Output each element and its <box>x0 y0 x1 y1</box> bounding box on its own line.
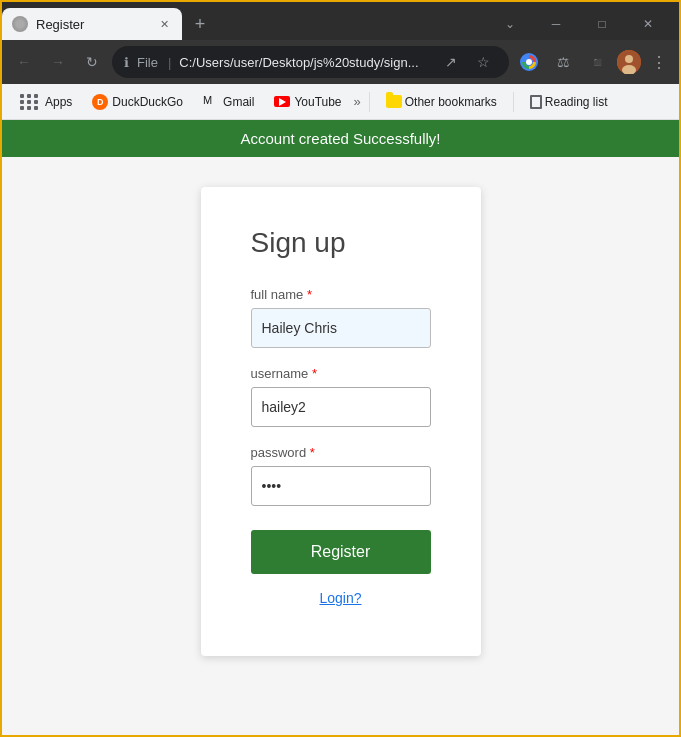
folder-icon <box>386 95 402 108</box>
bookmark-other[interactable]: Other bookmarks <box>378 91 505 113</box>
username-input[interactable] <box>251 387 431 427</box>
forward-button[interactable]: → <box>44 48 72 76</box>
tab-title: Register <box>36 17 148 32</box>
full-name-label: full name * <box>251 287 431 302</box>
gmail-label: Gmail <box>223 95 254 109</box>
chrome-menu-button[interactable]: ⋮ <box>647 53 671 72</box>
bookmark-reading-list[interactable]: Reading list <box>522 91 616 113</box>
register-button[interactable]: Register <box>251 530 431 574</box>
other-bookmarks-label: Other bookmarks <box>405 95 497 109</box>
password-label: password * <box>251 445 431 460</box>
bookmark-youtube[interactable]: YouTube <box>266 91 349 113</box>
full-name-input[interactable] <box>251 308 431 348</box>
bookmarks-divider <box>369 92 370 112</box>
title-bar: Register ✕ + ⌄ ─ □ ✕ <box>2 2 679 40</box>
username-label: username * <box>251 366 431 381</box>
bookmark-apps[interactable]: Apps <box>10 88 80 116</box>
window-controls: ⌄ ─ □ ✕ <box>487 8 679 40</box>
profile-avatar[interactable] <box>617 50 641 74</box>
password-required: * <box>310 445 315 460</box>
minimize-button[interactable]: ─ <box>533 8 579 40</box>
full-name-required: * <box>307 287 312 302</box>
back-button[interactable]: ← <box>10 48 38 76</box>
address-text: C:/Users/user/Desktop/js%20study/sign... <box>179 55 429 70</box>
extensions-icon[interactable]: ⚖ <box>549 48 577 76</box>
bookmark-duckduckgo[interactable]: D DuckDuckGo <box>84 90 191 114</box>
tab-close-button[interactable]: ✕ <box>156 16 172 32</box>
password-input[interactable] <box>251 466 431 506</box>
page-content: Sign up full name * username * password <box>2 157 679 735</box>
bookmarks-divider-2 <box>513 92 514 112</box>
address-input-wrap[interactable]: ℹ File | C:/Users/user/Desktop/js%20stud… <box>112 46 509 78</box>
svg-point-1 <box>526 59 532 65</box>
signup-title: Sign up <box>251 227 431 259</box>
tab-favicon <box>12 16 28 32</box>
youtube-icon <box>274 96 290 107</box>
browser-window: Register ✕ + ⌄ ─ □ ✕ ← → ↻ ℹ File | C:/U… <box>0 0 681 737</box>
password-group: password * <box>251 445 431 506</box>
address-action-icons: ↗ ☆ <box>437 48 497 76</box>
signup-card: Sign up full name * username * password <box>201 187 481 656</box>
svg-point-3 <box>625 55 633 63</box>
reading-list-label: Reading list <box>545 95 608 109</box>
close-button[interactable]: ✕ <box>625 8 671 40</box>
bookmarks-bar: Apps D DuckDuckGo M Gmail YouTube » Othe… <box>2 84 679 120</box>
share-icon[interactable]: ↗ <box>437 48 465 76</box>
duckduckgo-icon: D <box>92 94 108 110</box>
dropdown-icon[interactable]: ⌄ <box>487 8 533 40</box>
new-tab-button[interactable]: + <box>186 10 214 38</box>
username-group: username * <box>251 366 431 427</box>
file-label: File <box>137 55 158 70</box>
username-required: * <box>312 366 317 381</box>
apps-label: Apps <box>45 95 72 109</box>
apps-grid-icon <box>18 92 41 112</box>
full-name-group: full name * <box>251 287 431 348</box>
puzzle-icon[interactable]: ◾ <box>583 48 611 76</box>
address-bar: ← → ↻ ℹ File | C:/Users/user/Desktop/js%… <box>2 40 679 84</box>
active-tab[interactable]: Register ✕ <box>2 8 182 40</box>
bookmark-star-icon[interactable]: ☆ <box>469 48 497 76</box>
chrome-icon[interactable] <box>515 48 543 76</box>
bookmark-gmail[interactable]: M Gmail <box>195 90 262 114</box>
success-banner: Account created Successfully! <box>2 120 679 157</box>
address-separator: | <box>168 55 171 70</box>
info-icon: ℹ <box>124 55 129 70</box>
maximize-button[interactable]: □ <box>579 8 625 40</box>
reading-list-icon <box>530 95 542 109</box>
more-bookmarks-button[interactable]: » <box>354 94 361 109</box>
youtube-label: YouTube <box>294 95 341 109</box>
gmail-icon: M <box>203 94 219 110</box>
success-message: Account created Successfully! <box>240 130 440 147</box>
login-link[interactable]: Login? <box>251 590 431 606</box>
reload-button[interactable]: ↻ <box>78 48 106 76</box>
duckduckgo-label: DuckDuckGo <box>112 95 183 109</box>
